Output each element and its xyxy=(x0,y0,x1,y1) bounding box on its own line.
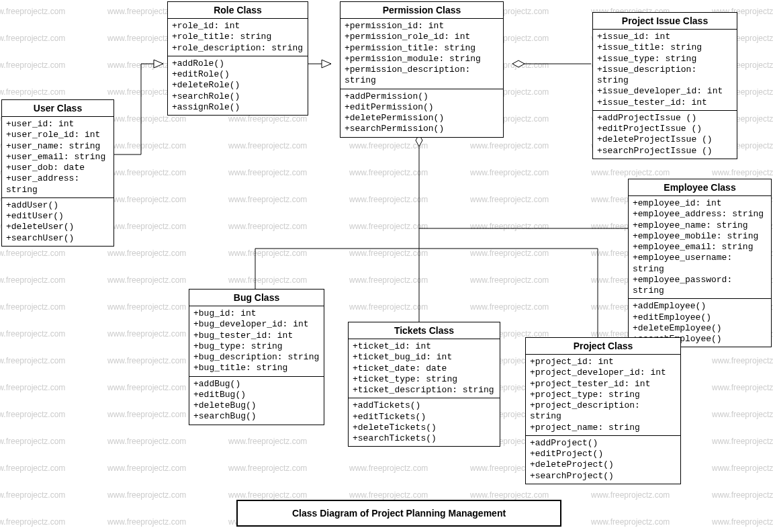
project-issue-class-title: Project Issue Class xyxy=(593,13,737,30)
tickets-class-title: Tickets Class xyxy=(349,322,500,339)
watermark-text: www.freeprojectz.com xyxy=(107,141,186,150)
watermark-text: www.freeprojectz.com xyxy=(0,517,65,527)
watermark-text: www.freeprojectz.com xyxy=(228,490,307,500)
watermark-text: www.freeprojectz.com xyxy=(0,463,65,473)
method: +deletePermission() xyxy=(345,113,499,124)
attr: +role_title: string xyxy=(172,32,304,42)
watermark-text: www.freeprojectz.com xyxy=(470,490,549,500)
watermark-text: www.freeprojectz.com xyxy=(107,356,186,365)
watermark-text: www.freeprojectz.com xyxy=(0,249,65,258)
method: +searchTickets() xyxy=(353,433,496,444)
watermark-text: www.freeprojectz.com xyxy=(107,168,186,177)
attr: +issue_developer_id: int xyxy=(597,86,733,97)
watermark-text: www.freeprojectz.com xyxy=(107,249,186,258)
watermark-text: www.freeprojectz.com xyxy=(0,383,65,392)
attr: +employee_mobile: string xyxy=(633,231,767,242)
project-issue-class-attrs: +issue_id: int +issue_title: string +iss… xyxy=(593,30,737,111)
user-class-title: User Class xyxy=(2,100,113,117)
method: +editBug() xyxy=(193,390,320,400)
user-class-methods: +addUser() +editUser() +deleteUser() +se… xyxy=(2,198,113,246)
watermark-text: www.freeprojectz.com xyxy=(712,356,773,365)
watermark-text: www.freeprojectz.com xyxy=(107,517,186,527)
watermark-text: www.freeprojectz.com xyxy=(470,275,549,285)
tickets-class-attrs: +ticket_id: int +ticket_bug_id: int +tic… xyxy=(349,339,500,398)
method: +addTickets() xyxy=(353,400,496,411)
attr: +employee_id: int xyxy=(633,198,767,209)
watermark-text: www.freeprojectz.com xyxy=(712,410,773,419)
watermark-text: www.freeprojectz.com xyxy=(107,222,186,231)
method: +searchPermission() xyxy=(345,124,499,134)
project-issue-class-box: Project Issue Class +issue_id: int +issu… xyxy=(592,12,737,159)
attr: +employee_password: string xyxy=(633,275,767,297)
watermark-text: www.freeprojectz.com xyxy=(0,87,65,97)
watermark-text: www.freeprojectz.com xyxy=(470,249,549,258)
watermark-text: www.freeprojectz.com xyxy=(470,222,549,231)
watermark-text: www.freeprojectz.com xyxy=(0,490,65,500)
watermark-text: www.freeprojectz.com xyxy=(107,490,186,500)
attr: +bug_type: string xyxy=(193,341,320,352)
watermark-text: www.freeprojectz.com xyxy=(228,463,307,473)
project-class-title: Project Class xyxy=(526,338,680,355)
project-class-methods: +addProject() +editProject() +deleteProj… xyxy=(526,436,680,484)
watermark-text: www.freeprojectz.com xyxy=(107,114,186,124)
attr: +employee_email: string xyxy=(633,242,767,253)
watermark-text: www.freeprojectz.com xyxy=(0,275,65,285)
watermark-text: www.freeprojectz.com xyxy=(349,168,428,177)
watermark-text: www.freeprojectz.com xyxy=(0,7,65,16)
watermark-text: www.freeprojectz.com xyxy=(712,517,773,527)
watermark-text: www.freeprojectz.com xyxy=(0,437,65,446)
watermark-text: www.freeprojectz.com xyxy=(712,383,773,392)
attr: +user_name: string xyxy=(6,141,109,152)
attr: +ticket_description: string xyxy=(353,385,496,396)
attr: +user_address: string xyxy=(6,173,109,195)
method: +addProject() xyxy=(530,438,676,449)
method: +editUser() xyxy=(6,211,109,222)
attr: +bug_description: string xyxy=(193,352,320,363)
attr: +issue_type: string xyxy=(597,54,733,64)
method: +editProject() xyxy=(530,449,676,459)
watermark-text: www.freeprojectz.com xyxy=(470,302,549,312)
attr: +permission_role_id: int xyxy=(345,32,499,42)
method: +editProjectIssue () xyxy=(597,124,733,134)
attr: +project_developer_id: int xyxy=(530,367,676,378)
role-class-title: Role Class xyxy=(168,2,308,19)
attr: +user_email: string xyxy=(6,152,109,163)
attr: +user_id: int xyxy=(6,119,109,130)
watermark-text: www.freeprojectz.com xyxy=(107,195,186,204)
bug-class-box: Bug Class +bug_id: int +bug_developer_id… xyxy=(189,289,324,425)
method: +deleteTickets() xyxy=(353,423,496,433)
method: +searchUser() xyxy=(6,233,109,244)
attr: +ticket_id: int xyxy=(353,341,496,352)
permission-class-box: Permission Class +permission_id: int +pe… xyxy=(340,1,504,138)
attr: +employee_username: string xyxy=(633,253,767,275)
watermark-text: www.freeprojectz.com xyxy=(107,410,186,419)
user-class-attrs: +user_id: int +user_role_id: int +user_n… xyxy=(2,117,113,198)
employee-class-title: Employee Class xyxy=(629,179,771,196)
method: +deleteUser() xyxy=(6,222,109,232)
watermark-text: www.freeprojectz.com xyxy=(228,275,307,285)
method: +editPermission() xyxy=(345,102,499,113)
watermark-text: www.freeprojectz.com xyxy=(0,356,65,365)
attr: +project_tester_id: int xyxy=(530,379,676,390)
method: +addUser() xyxy=(6,200,109,211)
watermark-text: www.freeprojectz.com xyxy=(107,463,186,473)
watermark-text: www.freeprojectz.com xyxy=(228,437,307,446)
employee-class-attrs: +employee_id: int +employee_address: str… xyxy=(629,196,771,299)
method: +addEmployee() xyxy=(633,301,767,312)
permission-class-methods: +addPermission() +editPermission() +dele… xyxy=(340,89,503,137)
attr: +project_name: string xyxy=(530,423,676,433)
watermark-text: www.freeprojectz.com xyxy=(591,490,670,500)
watermark-text: www.freeprojectz.com xyxy=(228,249,307,258)
watermark-text: www.freeprojectz.com xyxy=(0,60,65,70)
method: +deleteProjectIssue () xyxy=(597,134,733,145)
attr: +user_dob: date xyxy=(6,163,109,173)
permission-class-attrs: +permission_id: int +permission_role_id:… xyxy=(340,19,503,89)
attr: +user_role_id: int xyxy=(6,130,109,140)
method: +deleteBug() xyxy=(193,400,320,411)
watermark-text: www.freeprojectz.com xyxy=(107,383,186,392)
attr: +issue_id: int xyxy=(597,32,733,42)
bug-class-attrs: +bug_id: int +bug_developer_id: int +bug… xyxy=(189,306,324,377)
role-class-attrs: +role_id: int +role_title: string +role_… xyxy=(168,19,308,56)
attr: +employee_address: string xyxy=(633,209,767,220)
watermark-text: www.freeprojectz.com xyxy=(0,34,65,43)
